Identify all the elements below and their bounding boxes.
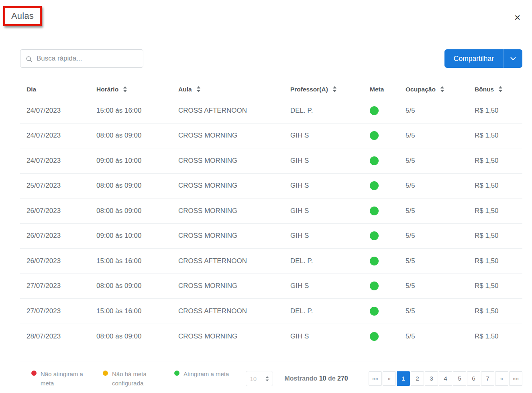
cell-aula: CROSS MORNING <box>172 157 284 165</box>
cell-bonus: R$ 1,50 <box>468 157 522 165</box>
page-number-button[interactable]: 5 <box>453 371 466 386</box>
showing-total: 270 <box>337 375 348 382</box>
prev-page-button[interactable]: « <box>383 371 396 386</box>
column-label: Bônus <box>475 86 494 93</box>
spinner-icon[interactable] <box>265 376 269 381</box>
table-row: 27/07/2023 08:00 às 09:00 CROSS MORNING … <box>20 274 522 299</box>
cell-meta <box>363 332 399 341</box>
column-label: Ocupação <box>406 86 436 93</box>
aulas-modal: Aulas ✕ Compartilhar <box>0 0 532 388</box>
page-number-button[interactable]: 7 <box>481 371 494 386</box>
close-button[interactable]: ✕ <box>512 12 522 23</box>
cell-meta <box>363 131 399 140</box>
share-button-group: Compartilhar <box>444 49 522 68</box>
cell-professor: GIH S <box>284 157 363 165</box>
pagination: «« « 1234567 » »» <box>369 371 522 386</box>
cell-meta <box>363 106 399 115</box>
meta-status-dot <box>370 307 379 316</box>
column-header[interactable]: Dia <box>20 86 90 93</box>
cell-horario: 15:00 às 16:00 <box>90 257 172 265</box>
first-page-button[interactable]: «« <box>369 371 382 386</box>
cell-dia: 27/07/2023 <box>20 282 90 290</box>
table-row: 24/07/2023 08:00 às 09:00 CROSS MORNING … <box>20 124 522 149</box>
cell-ocupacao: 5/5 <box>399 232 468 240</box>
share-dropdown-button[interactable] <box>503 49 522 68</box>
cell-professor: DEL. P. <box>284 257 363 265</box>
column-header[interactable]: Bônus <box>468 86 522 93</box>
meta-status-dot <box>370 156 379 165</box>
page-title: Aulas <box>11 11 34 21</box>
column-header[interactable]: Aula <box>172 86 284 93</box>
cell-ocupacao: 5/5 <box>399 207 468 215</box>
column-label: Dia <box>26 86 36 93</box>
column-header[interactable]: Horário <box>90 86 172 93</box>
sort-icon[interactable] <box>332 86 337 92</box>
cell-dia: 24/07/2023 <box>20 132 90 140</box>
column-header[interactable]: Professor(A) <box>284 86 363 93</box>
cell-dia: 28/07/2023 <box>20 332 90 340</box>
page-number-button[interactable]: 2 <box>411 371 424 386</box>
showing-label: Mostrando <box>284 375 317 382</box>
cell-bonus: R$ 1,50 <box>468 232 522 240</box>
legend-item: Não há meta configurada <box>103 369 158 388</box>
meta-status-dot <box>370 332 379 341</box>
cell-ocupacao: 5/5 <box>399 132 468 140</box>
page-number-button[interactable]: 3 <box>425 371 438 386</box>
cell-aula: CROSS MORNING <box>172 132 284 140</box>
cell-meta <box>363 282 399 290</box>
sort-icon[interactable] <box>196 86 201 92</box>
meta-status-dot <box>370 231 379 240</box>
page-number-button[interactable]: 4 <box>439 371 452 386</box>
page-size-spinner[interactable]: 10 <box>246 371 273 386</box>
legend-label: Atingiram a meta <box>183 369 229 379</box>
table-row: 26/07/2023 09:00 às 10:00 CROSS MORNING … <box>20 224 522 249</box>
page-number-button[interactable]: 1 <box>397 371 410 386</box>
table-body: 24/07/2023 15:00 às 16:00 CROSS AFTERNOO… <box>20 98 522 349</box>
page-number-button[interactable]: 6 <box>467 371 480 386</box>
cell-meta <box>363 207 399 215</box>
toolbar: Compartilhar <box>20 49 522 68</box>
cell-aula: CROSS MORNING <box>172 332 284 340</box>
column-header[interactable]: Ocupação <box>399 86 468 93</box>
aulas-table: Dia Horário <box>20 81 522 349</box>
cell-horario: 15:00 às 16:00 <box>90 107 172 115</box>
legend-dot <box>103 371 108 376</box>
search-box <box>20 49 143 68</box>
cell-professor: GIH S <box>284 332 363 340</box>
legend-dot <box>31 371 37 376</box>
chevron-down-icon <box>510 57 516 61</box>
cell-dia: 26/07/2023 <box>20 232 90 240</box>
legend-label: Não atingiram a meta <box>41 369 87 388</box>
cell-bonus: R$ 1,50 <box>468 282 522 290</box>
next-page-button[interactable]: » <box>495 371 508 386</box>
cell-ocupacao: 5/5 <box>399 282 468 290</box>
search-input[interactable] <box>20 50 143 67</box>
cell-professor: DEL. P. <box>284 307 363 315</box>
search-icon <box>26 56 33 63</box>
table-row: 24/07/2023 09:00 às 10:00 CROSS MORNING … <box>20 148 522 174</box>
cell-aula: CROSS MORNING <box>172 207 284 215</box>
column-header[interactable]: Meta <box>363 86 399 93</box>
sort-icon[interactable] <box>498 86 503 92</box>
column-label: Meta <box>370 86 384 93</box>
meta-status-dot <box>370 131 379 140</box>
cell-bonus: R$ 1,50 <box>468 207 522 215</box>
meta-status-dot <box>370 282 379 290</box>
modal-header: Aulas ✕ <box>0 0 532 29</box>
share-button[interactable]: Compartilhar <box>444 49 503 68</box>
cell-meta <box>363 231 399 240</box>
cell-ocupacao: 5/5 <box>399 157 468 165</box>
cell-professor: GIH S <box>284 207 363 215</box>
last-page-button[interactable]: »» <box>509 371 522 386</box>
showing-of: de <box>328 375 336 382</box>
page-size-value: 10 <box>250 375 257 382</box>
cell-meta <box>363 181 399 190</box>
cell-horario: 08:00 às 09:00 <box>90 282 172 290</box>
sort-icon[interactable] <box>123 86 127 92</box>
cell-bonus: R$ 1,50 <box>468 332 522 340</box>
sort-icon[interactable] <box>440 86 444 92</box>
cell-dia: 26/07/2023 <box>20 257 90 265</box>
page-number-buttons: 1234567 <box>397 371 494 386</box>
cell-meta <box>363 156 399 165</box>
cell-bonus: R$ 1,50 <box>468 182 522 190</box>
